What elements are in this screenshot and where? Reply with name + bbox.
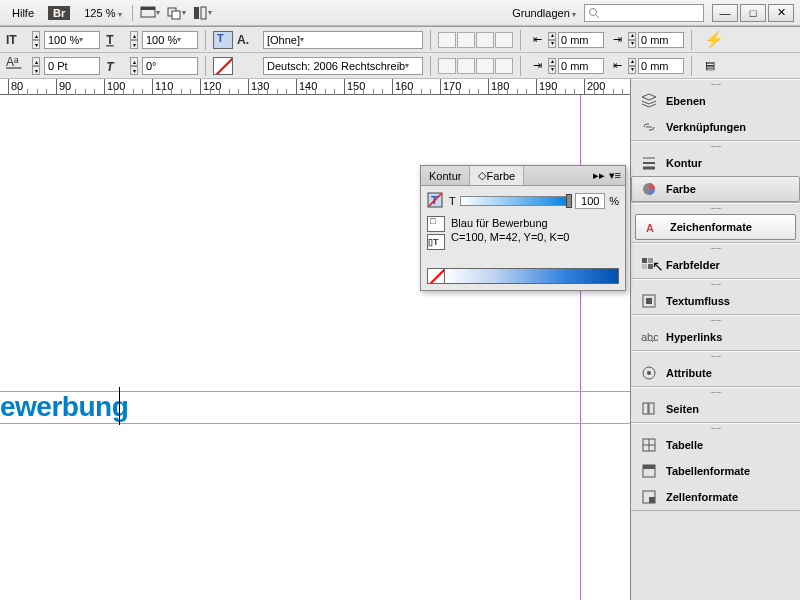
svg-text:abc: abc — [641, 331, 658, 343]
maximize-button[interactable]: □ — [740, 4, 766, 22]
document-canvas[interactable]: 8090100110120130140150160170180190200 ew… — [0, 79, 630, 600]
panel-hyperlinks[interactable]: abcHyperlinks — [631, 324, 800, 350]
vscale-input[interactable]: 100 % — [142, 31, 198, 49]
zoom-level[interactable]: 125 % — [84, 7, 121, 19]
attributes-icon — [640, 364, 658, 382]
close-button[interactable]: ✕ — [768, 4, 794, 22]
panel-tabellenformate[interactable]: Tabellenformate — [631, 458, 800, 484]
svg-rect-4 — [194, 7, 199, 19]
baseline-input[interactable]: 0 Pt — [44, 57, 100, 75]
horizontal-guide[interactable] — [0, 423, 630, 424]
pages-icon — [640, 400, 658, 418]
fill-swatch[interactable] — [213, 31, 233, 49]
table-icon — [640, 436, 658, 454]
hscale-input[interactable]: 100 % — [44, 31, 100, 49]
arrange-icon[interactable] — [165, 3, 187, 23]
space-before-icon: ⇤ — [608, 57, 626, 75]
stroke-swatch[interactable] — [213, 57, 233, 75]
indent-left-input[interactable]: 0 mm — [558, 32, 604, 48]
panel-zeichenformate[interactable]: AZeichenformate — [635, 214, 796, 240]
panel-kontur[interactable]: Kontur — [631, 150, 800, 176]
indent-left-icon: ⇤ — [528, 31, 546, 49]
panel-farbe[interactable]: Farbe — [631, 176, 800, 202]
svg-rect-20 — [648, 258, 653, 263]
slider-label: T — [449, 195, 456, 207]
svg-text:A.: A. — [237, 33, 249, 47]
indent-first-input[interactable]: 0 mm — [638, 32, 684, 48]
skew-input[interactable]: 0° — [142, 57, 198, 75]
svg-rect-1 — [141, 7, 155, 10]
svg-text:A: A — [646, 222, 654, 234]
title-bar: Hilfe Br 125 % Grundlagen — □ ✕ — [0, 0, 800, 26]
panel-dock: Ebenen Verknüpfungen Kontur Farbe AZeich… — [630, 79, 800, 600]
tab-farbe[interactable]: ◇ Farbe — [470, 166, 524, 185]
panel-zellenformate[interactable]: Zellenformate — [631, 484, 800, 510]
svg-rect-22 — [648, 264, 653, 269]
workspace-switcher[interactable]: Grundlagen — [512, 7, 576, 19]
tint-value[interactable]: 100 — [575, 193, 605, 209]
indent-first-icon: ⇥ — [608, 31, 626, 49]
search-input[interactable] — [584, 4, 704, 22]
color-panel-popup[interactable]: Kontur ◇ Farbe ▸▸▾≡ T T 100 % □ ▯T Blau … — [420, 165, 626, 291]
char-styles-icon: A — [644, 218, 662, 236]
swatch-definition: C=100, M=42, Y=0, K=0 — [451, 230, 569, 244]
svg-rect-36 — [649, 497, 655, 503]
screen-mode-icon[interactable] — [139, 3, 161, 23]
color-icon — [640, 180, 658, 198]
minimize-button[interactable]: — — [712, 4, 738, 22]
swatches-icon — [640, 256, 658, 274]
para-align-group[interactable] — [438, 32, 513, 48]
svg-rect-21 — [642, 264, 647, 269]
svg-rect-5 — [201, 7, 206, 19]
text-wrap-icon — [640, 292, 658, 310]
cell-styles-icon — [640, 488, 658, 506]
char-style-input[interactable]: [Ohne] — [263, 31, 423, 49]
tab-kontur[interactable]: Kontur — [421, 166, 470, 185]
svg-point-6 — [590, 8, 597, 15]
options-bar-row1: IT ▴▾ 100 % T ▴▾ 100 % A. [Ohne] ⇤▴▾0 mm… — [0, 27, 800, 53]
none-swatch[interactable] — [427, 268, 445, 284]
table-styles-icon — [640, 462, 658, 480]
spectrum-bar[interactable] — [427, 268, 619, 284]
svg-point-27 — [647, 371, 651, 375]
panel-ebenen[interactable]: Ebenen — [631, 88, 800, 114]
hscale-icon: IT — [6, 30, 28, 50]
panel-attribute[interactable]: Attribute — [631, 360, 800, 386]
collapse-icon[interactable]: ▸▸ — [593, 169, 605, 182]
skew-icon: T — [104, 56, 126, 76]
panel-seiten[interactable]: Seiten — [631, 396, 800, 422]
hyperlinks-icon: abc — [640, 328, 658, 346]
indent-right-input[interactable]: 0 mm — [558, 58, 604, 74]
document-text[interactable]: ewerbung — [0, 391, 128, 423]
panel-tabelle[interactable]: Tabelle — [631, 432, 800, 458]
panel-textumfluss[interactable]: Textumfluss — [631, 288, 800, 314]
language-input[interactable]: Deutsch: 2006 Rechtschreib — [263, 57, 423, 75]
view-options-icon[interactable] — [191, 3, 213, 23]
swatch-name: Blau für Bewerbung — [451, 216, 569, 230]
svg-rect-29 — [649, 403, 654, 414]
text-cursor — [119, 387, 120, 425]
svg-line-7 — [596, 15, 599, 18]
panel-menu-icon[interactable]: ▾≡ — [609, 169, 621, 182]
vscale-icon: T — [104, 30, 126, 50]
tint-slider[interactable] — [460, 196, 571, 206]
links-icon — [640, 118, 658, 136]
panel-verknuepfungen[interactable]: Verknüpfungen — [631, 114, 800, 140]
bridge-badge[interactable]: Br — [48, 6, 70, 20]
para-justify-group[interactable] — [438, 58, 513, 74]
fill-proxy-icon[interactable]: T — [427, 192, 445, 210]
svg-rect-24 — [646, 298, 652, 304]
space-before-input[interactable]: 0 mm — [638, 58, 684, 74]
horizontal-ruler[interactable]: 8090100110120130140150160170180190200 — [0, 79, 630, 95]
panel-farbfelder[interactable]: Farbfelder — [631, 252, 800, 278]
stroke-icon — [640, 154, 658, 172]
options-menu-icon[interactable]: ▤ — [699, 56, 721, 76]
quick-apply-icon[interactable]: ⚡ — [699, 30, 729, 49]
indent-right-icon: ⇥ — [528, 57, 546, 75]
svg-rect-19 — [642, 258, 647, 263]
svg-text:IT: IT — [6, 33, 17, 47]
menu-help[interactable]: Hilfe — [6, 5, 40, 21]
svg-text:Aª: Aª — [6, 57, 19, 69]
char-style-icon: A. — [237, 30, 259, 50]
svg-text:T: T — [106, 33, 114, 47]
